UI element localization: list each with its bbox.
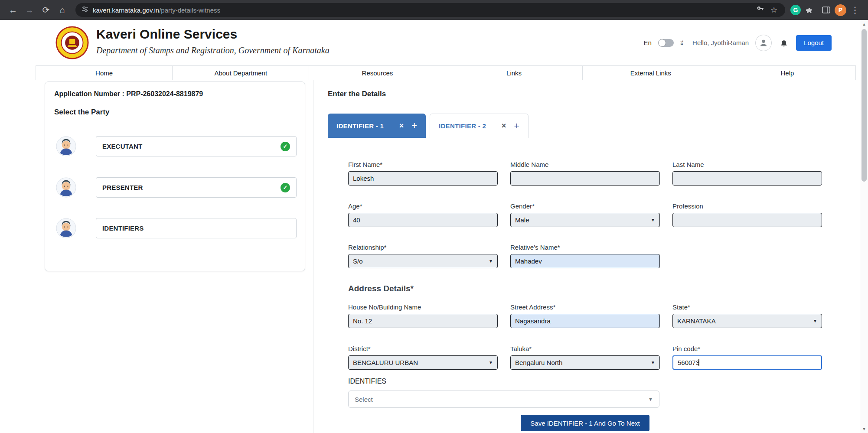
scrollbar-thumb[interactable]	[861, 29, 867, 182]
home-icon[interactable]: ⌂	[55, 2, 70, 18]
age-label: Age*	[348, 202, 498, 210]
side-panel-icon[interactable]	[818, 2, 834, 18]
gender-value: Male	[515, 216, 529, 224]
tab-identifier-1[interactable]: IDENTIFIER - 1 × +	[328, 114, 426, 138]
party-button-executant[interactable]: EXECUTANT ✓	[96, 136, 297, 156]
district-field: District* BENGALURU URBAN ▼	[348, 345, 498, 370]
close-tab-icon[interactable]: ×	[399, 121, 404, 130]
nav-item-links[interactable]: Links	[446, 66, 583, 80]
tab-identifier-2[interactable]: IDENTIFIER - 2 × +	[430, 114, 529, 138]
party-row-executant: EXECUTANT ✓	[56, 136, 297, 156]
party-button-presenter[interactable]: PRESENTER ✓	[96, 177, 297, 198]
password-key-icon[interactable]	[757, 5, 764, 15]
grammarly-extension-icon[interactable]: G	[790, 5, 801, 15]
profession-field: Profession	[672, 202, 822, 227]
logout-button[interactable]: Logout	[796, 35, 832, 51]
profession-label: Profession	[672, 202, 822, 210]
relationship-label: Relationship*	[348, 244, 498, 251]
toggle-knob	[659, 39, 666, 46]
relatives-name-label: Relative's Name*	[510, 244, 660, 251]
identifies-label: IDENTIFIES	[348, 378, 386, 385]
first-name-input[interactable]	[348, 171, 498, 186]
url-path: /party-details-witness	[159, 7, 220, 14]
relationship-field: Relationship* S/o ▼	[348, 244, 498, 268]
relationship-select[interactable]: S/o ▼	[348, 254, 498, 268]
browser-menu-icon[interactable]: ⋮	[847, 2, 863, 18]
url-bar[interactable]: kaveri.karnataka.gov.in/party-details-wi…	[75, 3, 785, 17]
taluka-select[interactable]: Bengaluru North ▼	[510, 355, 660, 370]
last-name-input[interactable]	[672, 171, 822, 186]
text-cursor	[698, 359, 699, 366]
person-avatar-icon	[56, 177, 76, 198]
kannada-glyph: ಕ	[680, 39, 683, 47]
gender-label: Gender*	[510, 202, 660, 210]
chevron-down-icon: ▼	[651, 218, 655, 222]
first-name-field: First Name*	[348, 161, 498, 186]
bookmark-star-icon[interactable]: ☆	[769, 5, 779, 15]
middle-name-label: Middle Name	[510, 161, 660, 168]
site-settings-icon[interactable]	[82, 6, 88, 14]
state-label: State*	[672, 303, 822, 311]
save-identifier-button[interactable]: Save IDENTIFIER - 1 And Go To Next	[521, 415, 649, 431]
reload-icon[interactable]: ⟳	[38, 2, 54, 18]
user-avatar-icon[interactable]	[755, 35, 772, 51]
relatives-name-input[interactable]	[510, 254, 660, 268]
notification-bell-icon[interactable]	[778, 37, 790, 49]
back-icon[interactable]: ←	[5, 2, 21, 18]
state-field: State* KARNATAKA ▼	[672, 303, 822, 328]
form-row-relationship: Relationship* S/o ▼ Relative's Name*	[348, 244, 822, 268]
gender-select[interactable]: Male ▼	[510, 213, 660, 227]
party-button-identifiers[interactable]: IDENTIFIERS	[96, 218, 297, 238]
district-label: District*	[348, 345, 498, 352]
house-no-field: House No/Building Name	[348, 303, 498, 328]
house-no-label: House No/Building Name	[348, 303, 498, 311]
language-toggle[interactable]	[658, 39, 674, 47]
nav-item-home[interactable]: Home	[36, 66, 173, 80]
party-row-identifiers: IDENTIFIERS	[56, 218, 297, 238]
nav-item-about-department[interactable]: About Department	[173, 66, 309, 80]
scroll-down-icon[interactable]: ▼	[860, 425, 868, 433]
pincode-input-wrap	[672, 355, 822, 370]
karnataka-government-logo	[55, 26, 89, 59]
add-tab-icon[interactable]: +	[514, 120, 519, 132]
taluka-field: Taluka* Bengaluru North ▼	[510, 345, 660, 370]
last-name-field: Last Name	[672, 161, 822, 186]
language-label: En	[643, 39, 651, 46]
identifies-select[interactable]: Select ▼	[348, 391, 659, 408]
close-tab-icon[interactable]: ×	[502, 121, 506, 130]
identifier-tabs: IDENTIFIER - 1 × + IDENTIFIER - 2 × +	[328, 114, 843, 138]
scrollbar[interactable]: ▲ ▼	[860, 20, 868, 433]
taluka-label: Taluka*	[510, 345, 660, 352]
form-row-names: First Name* Middle Name Last Name	[348, 161, 822, 186]
street-address-label: Street Address*	[510, 303, 660, 311]
chevron-down-icon: ▼	[813, 319, 817, 323]
age-input[interactable]	[348, 213, 498, 227]
select-party-card: Application Number : PRP-26032024-881987…	[45, 81, 305, 271]
district-select[interactable]: BENGALURU URBAN ▼	[348, 355, 498, 370]
browser-profile-avatar[interactable]: P	[835, 4, 846, 16]
user-greeting: Hello, JyothiRaman	[692, 39, 749, 46]
add-tab-icon[interactable]: +	[411, 120, 417, 131]
nav-item-help[interactable]: Help	[719, 66, 855, 80]
middle-name-input[interactable]	[510, 171, 660, 186]
profession-input[interactable]	[672, 213, 822, 227]
url-domain: kaveri.karnataka.gov.in	[93, 7, 159, 14]
site-subtitle: Department of Stamps and Registration, G…	[96, 46, 330, 55]
scroll-up-icon[interactable]: ▲	[860, 20, 868, 28]
state-select[interactable]: KARNATAKA ▼	[672, 314, 822, 328]
nav-item-external-links[interactable]: External Links	[583, 66, 719, 80]
pincode-label: Pin code*	[672, 345, 822, 352]
details-panel: Enter the Details IDENTIFIER - 1 × + IDE…	[313, 80, 860, 433]
tab-label: IDENTIFIER - 1	[336, 122, 392, 130]
site-title-block: Kaveri Online Services Department of Sta…	[96, 27, 330, 55]
district-value: BENGALURU URBAN	[353, 359, 418, 366]
nav-item-resources[interactable]: Resources	[309, 66, 446, 80]
url-text[interactable]: kaveri.karnataka.gov.in/party-details-wi…	[93, 7, 220, 14]
pincode-input[interactable]	[672, 355, 822, 370]
street-address-input[interactable]	[510, 314, 660, 328]
house-no-input[interactable]	[348, 314, 498, 328]
forward-icon[interactable]: →	[22, 2, 37, 18]
extensions-puzzle-icon[interactable]	[802, 2, 817, 18]
complete-check-icon: ✓	[281, 142, 290, 151]
state-value: KARNATAKA	[677, 317, 716, 325]
